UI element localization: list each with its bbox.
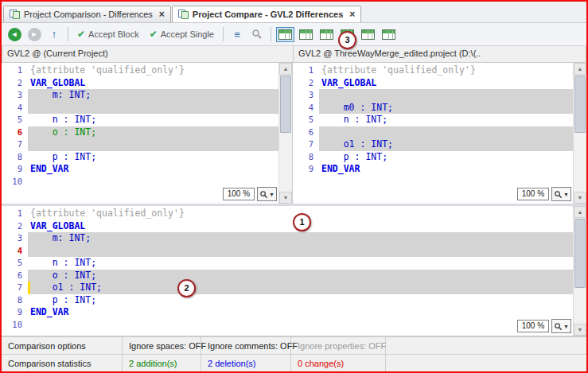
code-line[interactable]: 1{attribute 'qualified_only'} (2, 208, 574, 220)
code-line[interactable]: 3 (293, 89, 574, 102)
view-mode-button-3[interactable] (317, 27, 336, 42)
code-line[interactable]: 1{attribute 'qualified_only'} (2, 64, 279, 77)
zoom-button[interactable]: ▼ (551, 319, 571, 333)
code-line[interactable]: 7 o1 : INT; (2, 282, 574, 294)
vertical-scrollbar[interactable]: ▲ ▼ (573, 63, 586, 204)
code-line[interactable]: 2VAR_GLOBAL (293, 77, 574, 90)
parent-object-button[interactable]: ↑ (45, 25, 63, 43)
zoom-level[interactable]: 100 % (517, 188, 549, 200)
code-text (319, 126, 574, 139)
status-filler (386, 355, 586, 371)
project-compare-window: Project Comparison - Differences × Proje… (0, 0, 588, 373)
code-line[interactable]: 10 (2, 319, 574, 332)
comparison-statistics-label: Comparison statistics (2, 355, 123, 371)
line-number: 4 (293, 102, 319, 115)
code-text: p : INT; (28, 151, 279, 164)
scroll-up-arrow[interactable]: ▲ (574, 206, 586, 218)
line-number: 2 (2, 77, 28, 90)
code-line[interactable]: 6 o : INT; (2, 126, 279, 139)
code-line[interactable]: 2VAR_GLOBAL (2, 220, 574, 233)
code-text: m: INT; (28, 232, 574, 245)
ignore-properties-status: Ignore properties: OFF (291, 337, 386, 354)
synchronize-scrolling-button[interactable]: ≡ (228, 25, 246, 43)
code-line[interactable]: 5 n : INT; (293, 114, 574, 126)
line-number: 5 (293, 114, 319, 126)
code-line[interactable]: 8 p : INT; (2, 294, 574, 307)
view-mode-button-5[interactable] (359, 27, 377, 42)
compare-document-icon (178, 10, 189, 19)
vertical-scrollbar[interactable]: ▲ ▼ (573, 206, 586, 336)
scrollbar-thumb[interactable] (574, 219, 586, 288)
tab-close-icon[interactable]: × (349, 10, 355, 19)
tab-project-comparison-differences[interactable]: Project Comparison - Differences × (3, 6, 171, 22)
table-view-icon (382, 29, 395, 40)
search-button[interactable] (248, 25, 266, 43)
zoom-level[interactable]: 100 % (517, 320, 549, 332)
status-filler (386, 337, 586, 354)
line-number: 1 (2, 208, 28, 220)
table-view-icon (320, 29, 333, 40)
document-tabbar: Project Comparison - Differences × Proje… (2, 2, 586, 23)
scroll-down-arrow[interactable]: ▼ (574, 324, 586, 336)
code-text: o1 : INT; (28, 282, 574, 294)
view-mode-button-6[interactable] (380, 27, 398, 42)
code-line[interactable]: 7 o1 : INT; (293, 138, 574, 151)
tab-close-icon[interactable]: × (159, 10, 165, 19)
zoom-button[interactable]: ▼ (257, 187, 277, 201)
scroll-up-arrow[interactable]: ▲ (574, 63, 586, 75)
diff-panes: 1{attribute 'qualified_only'}2VAR_GLOBAL… (2, 63, 586, 206)
code-editor-result[interactable]: 1{attribute 'qualified_only'}2VAR_GLOBAL… (2, 206, 574, 336)
code-editor-left[interactable]: 1{attribute 'qualified_only'}2VAR_GLOBAL… (2, 63, 279, 204)
code-line[interactable]: 7 (2, 138, 279, 151)
code-text: END_VAR (28, 306, 574, 319)
code-text: END_VAR (28, 163, 279, 176)
vertical-scrollbar[interactable]: ▲ ▼ (278, 63, 292, 204)
code-line[interactable]: 3 m: INT; (2, 89, 279, 102)
tab-project-compare-gvl2-differences[interactable]: Project Compare - GVL2 Differences × (172, 6, 362, 22)
line-number: 9 (293, 163, 319, 176)
magnifier-icon (259, 190, 268, 199)
line-number: 5 (2, 114, 28, 126)
code-line[interactable]: 8 p : INT; (293, 151, 574, 164)
code-line[interactable]: 6 (293, 126, 574, 139)
scroll-up-arrow[interactable]: ▲ (279, 63, 292, 75)
line-number: 7 (2, 138, 28, 151)
zoom-level[interactable]: 100 % (223, 188, 255, 200)
current-project-pane[interactable]: 1{attribute 'qualified_only'}2VAR_GLOBAL… (2, 63, 293, 204)
code-text (28, 245, 574, 258)
scrollbar-thumb[interactable] (574, 76, 586, 133)
code-line[interactable]: 4 (2, 102, 279, 115)
scrollbar-thumb[interactable] (280, 76, 291, 133)
code-line[interactable]: 5 n : INT; (2, 257, 574, 270)
zoom-button[interactable]: ▼ (551, 187, 571, 201)
previous-difference-button[interactable]: ◄ (6, 25, 23, 43)
code-text: VAR_GLOBAL (28, 77, 279, 90)
scroll-down-arrow[interactable]: ▼ (279, 192, 292, 204)
line-number: 8 (2, 151, 28, 164)
code-line[interactable]: 9END_VAR (2, 163, 279, 176)
code-line[interactable]: 6 o : INT; (2, 270, 574, 282)
code-editor-right[interactable]: 1{attribute 'qualified_only'}2VAR_GLOBAL… (293, 63, 574, 204)
scroll-down-arrow[interactable]: ▼ (574, 192, 586, 204)
code-line[interactable]: 9END_VAR (2, 306, 574, 319)
view-mode-button-2[interactable] (297, 27, 315, 42)
left-pane-header: GVL2 @ (Current Project) (2, 46, 293, 63)
code-line[interactable]: 1{attribute 'qualified_only'} (293, 64, 574, 77)
code-line[interactable]: 9END_VAR (293, 163, 574, 176)
code-line[interactable]: 4 (2, 245, 574, 258)
code-line[interactable]: 8 p : INT; (2, 151, 279, 164)
accept-block-button[interactable]: ✔ Accept Block (73, 25, 143, 43)
code-line[interactable]: 3 m: INT; (2, 232, 574, 245)
code-line[interactable]: 2VAR_GLOBAL (2, 77, 279, 90)
view-mode-button-1[interactable] (276, 27, 294, 42)
other-project-pane[interactable]: 1{attribute 'qualified_only'}2VAR_GLOBAL… (293, 63, 586, 204)
next-difference-button[interactable]: ► (25, 25, 43, 43)
code-text (319, 89, 574, 102)
accept-single-button[interactable]: ✔ Accept Single (146, 25, 218, 43)
code-line[interactable]: 4 m0 : INT; (293, 102, 574, 115)
checkmark-icon: ✔ (77, 29, 85, 39)
right-pane-header: GVL2 @ ThreeWayMerge_edited.project (D:\… (293, 46, 586, 63)
zoom-control: 100 % ▼ (222, 186, 278, 202)
dropdown-caret-icon: ▼ (563, 324, 569, 329)
code-line[interactable]: 5 n : INT; (2, 114, 279, 126)
